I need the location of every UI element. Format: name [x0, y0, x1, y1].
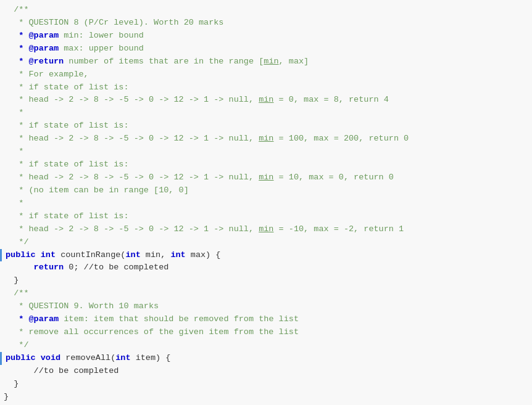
- code-line: /**: [0, 287, 532, 300]
- token-comment: = 100, max = 200, return 0: [273, 134, 409, 143]
- token-comment: *: [4, 147, 23, 156]
- code-line: *: [0, 107, 532, 120]
- token-comment: number of items that are in the range [: [64, 57, 264, 66]
- token-plain: item) {: [131, 353, 171, 362]
- code-line: * @param min: lower bound: [0, 30, 532, 43]
- token-comment: * if state of list is:: [4, 211, 129, 221]
- code-line: * QUESTION 9. Worth 10 marks: [0, 300, 532, 313]
- token-annotation: * @return: [4, 57, 64, 66]
- token-plain: min,: [141, 250, 171, 260]
- code-line: * remove all occurrences of the given it…: [0, 326, 532, 339]
- token-comment: * if state of list is:: [4, 160, 129, 169]
- token-annotation: * @param: [4, 314, 59, 324]
- code-line: * @return number of items that are in th…: [0, 55, 532, 68]
- code-line: * For example,: [0, 68, 532, 81]
- code-line: public int countInRange(int min, int max…: [0, 249, 532, 262]
- token-comment-underline: min: [264, 57, 278, 66]
- token-plain: [4, 263, 34, 272]
- code-line: *: [0, 145, 532, 158]
- code-line: * QUESTION 8 (P/Cr level). Worth 20 mark…: [0, 17, 532, 30]
- token-plain: [36, 250, 41, 260]
- token-plain: countInRange(: [56, 250, 125, 260]
- token-comment: = 10, max = 0, return 0: [273, 173, 393, 182]
- token-comment-underline: min: [259, 224, 273, 234]
- token-plain: }: [4, 276, 19, 285]
- code-line: * head -> 2 -> 8 -> -5 -> 0 -> 12 -> 1 -…: [0, 94, 532, 107]
- code-line: * head -> 2 -> 8 -> -5 -> 0 -> 12 -> 1 -…: [0, 223, 532, 236]
- code-line: */: [0, 236, 532, 249]
- token-comment: * remove all occurrences of the given it…: [4, 327, 299, 337]
- code-line: * (no item can be in range [10, 0]: [0, 184, 532, 197]
- code-line: }: [0, 391, 532, 404]
- token-comment: min: lower bound: [59, 31, 144, 40]
- token-comment: , max]: [279, 57, 309, 66]
- token-comment: * QUESTION 8 (P/Cr level). Worth 20 mark…: [4, 18, 223, 27]
- token-comment: item: item that should be removed from t…: [59, 314, 299, 324]
- code-line: public void removeAll(int item) {: [0, 352, 532, 365]
- token-plain: 0; //to be completed: [64, 263, 168, 272]
- token-comment: * if state of list is:: [4, 83, 129, 92]
- token-comment: * head -> 2 -> 8 -> -5 -> 0 -> 12 -> 1 -…: [4, 95, 259, 104]
- token-plain: }: [4, 392, 9, 401]
- token-keyword: return: [34, 263, 64, 272]
- token-comment: * head -> 2 -> 8 -> -5 -> 0 -> 12 -> 1 -…: [4, 224, 259, 234]
- code-line: * @param max: upper bound: [0, 43, 532, 55]
- code-line: * head -> 2 -> 8 -> -5 -> 0 -> 12 -> 1 -…: [0, 171, 532, 184]
- token-comment: = 0, max = 8, return 4: [273, 95, 388, 104]
- code-editor: /** * QUESTION 8 (P/Cr level). Worth 20 …: [0, 0, 532, 405]
- code-line: * @param item: item that should be remov…: [0, 313, 532, 326]
- token-plain: }: [4, 379, 19, 388]
- code-line: return 0; //to be completed: [0, 261, 532, 274]
- token-comment: * if state of list is:: [4, 121, 129, 130]
- token-keyword: int: [41, 250, 56, 260]
- token-plain: removeAll(: [60, 353, 115, 362]
- code-line: }: [0, 274, 532, 287]
- code-line: * if state of list is:: [0, 210, 532, 223]
- token-keyword: public: [6, 353, 36, 362]
- code-line: * head -> 2 -> 8 -> -5 -> 0 -> 12 -> 1 -…: [0, 133, 532, 145]
- token-comment-underline: min: [259, 95, 273, 104]
- token-plain: [36, 353, 41, 362]
- code-line: //to be completed: [0, 365, 532, 378]
- token-keyword: int: [115, 353, 130, 362]
- code-line: * if state of list is:: [0, 120, 532, 133]
- token-keyword: void: [41, 353, 60, 362]
- code-line: * if state of list is:: [0, 158, 532, 171]
- code-line: */: [0, 339, 532, 352]
- code-line: }: [0, 378, 532, 391]
- token-comment: /**: [4, 5, 29, 14]
- token-comment: * head -> 2 -> 8 -> -5 -> 0 -> 12 -> 1 -…: [4, 173, 259, 182]
- code-line: *: [0, 197, 532, 210]
- token-comment: *: [4, 108, 23, 117]
- token-comment: * head -> 2 -> 8 -> -5 -> 0 -> 12 -> 1 -…: [4, 134, 259, 143]
- token-comment: * For example,: [4, 70, 89, 79]
- token-comment-underline: min: [259, 173, 273, 182]
- token-plain: max) {: [186, 250, 221, 260]
- code-line: /**: [0, 4, 532, 17]
- token-comment: max: upper bound: [59, 44, 144, 53]
- token-comment: */: [4, 340, 29, 350]
- token-comment: * QUESTION 9. Worth 10 marks: [4, 301, 159, 311]
- token-annotation: * @param: [4, 44, 59, 53]
- token-annotation: * @param: [4, 31, 59, 40]
- token-comment: * (no item can be in range [10, 0]: [4, 186, 189, 195]
- token-plain: //to be completed: [4, 366, 118, 375]
- token-comment-underline: min: [259, 134, 273, 143]
- token-comment: */: [4, 237, 29, 247]
- token-keyword: int: [125, 250, 140, 260]
- code-line: * if state of list is:: [0, 81, 532, 94]
- token-comment: /**: [4, 288, 29, 298]
- token-comment: *: [4, 198, 23, 208]
- token-keyword: public: [6, 250, 36, 260]
- token-comment: = -10, max = -2, return 1: [273, 224, 404, 234]
- token-keyword: int: [170, 250, 185, 260]
